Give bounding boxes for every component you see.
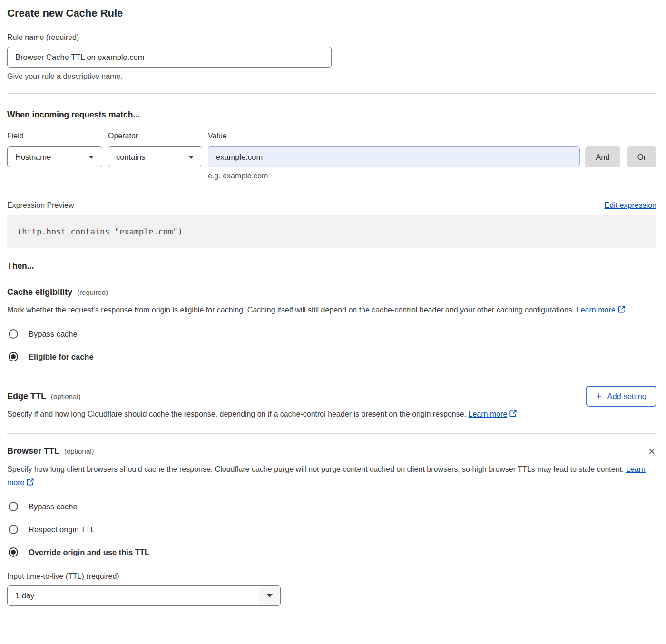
operator-select[interactable]: contains xyxy=(108,146,202,167)
radio-label: Respect origin TTL xyxy=(29,525,95,534)
rule-name-label: Rule name (required) xyxy=(7,33,656,42)
rule-name-input[interactable] xyxy=(7,47,332,68)
value-label: Value xyxy=(208,132,227,140)
edge-ttl-qualifier: (optional) xyxy=(51,392,81,400)
field-label: Field xyxy=(7,132,108,140)
radio-icon xyxy=(9,502,18,511)
external-link-icon xyxy=(509,410,517,418)
radio-option-respect-origin-ttl[interactable]: Respect origin TTL xyxy=(7,525,656,534)
cache-eligibility-options: Bypass cache Eligible for cache xyxy=(7,329,656,361)
field-select[interactable]: Hostname xyxy=(7,146,102,167)
radio-icon xyxy=(9,329,18,339)
edge-ttl-header: Edge TTL (optional) xyxy=(7,391,586,401)
radio-label: Eligible for cache xyxy=(29,352,94,361)
radio-option-bypass-cache[interactable]: Bypass cache xyxy=(7,329,656,339)
expression-preview-header: Expression Preview Edit expression xyxy=(7,201,656,210)
external-link-icon xyxy=(26,478,34,486)
match-heading: When incoming requests match... xyxy=(7,109,656,120)
radio-checked-icon xyxy=(9,352,18,361)
learn-more-link[interactable]: Learn more xyxy=(469,410,508,418)
edge-ttl-title: Edge TTL xyxy=(7,391,46,401)
radio-label: Bypass cache xyxy=(29,330,78,339)
ttl-select-value: 1 day xyxy=(8,586,259,605)
edge-ttl-section: Edge TTL (optional) Specify if and how l… xyxy=(7,375,656,421)
match-column-labels: Field Operator Value xyxy=(7,132,656,140)
match-condition-row: Hostname contains And Or xyxy=(7,146,656,167)
close-icon[interactable]: ✕ xyxy=(648,447,656,457)
field-select-value: Hostname xyxy=(15,153,51,162)
and-button[interactable]: And xyxy=(585,146,620,167)
edge-ttl-description-text: Specify if and how long Cloudflare shoul… xyxy=(7,410,466,418)
radio-checked-icon xyxy=(9,547,18,557)
section-divider xyxy=(7,93,656,94)
learn-more-link[interactable]: Learn more xyxy=(577,306,616,314)
create-cache-rule-form: Create new Cache Rule Rule name (require… xyxy=(0,0,666,620)
expression-preview-label: Expression Preview xyxy=(7,201,74,210)
external-link-icon xyxy=(617,305,626,313)
radio-option-bypass-cache[interactable]: Bypass cache xyxy=(7,502,656,511)
radio-option-eligible-for-cache[interactable]: Eligible for cache xyxy=(7,352,656,361)
cache-eligibility-title: Cache eligibility xyxy=(7,287,72,297)
plus-icon: + xyxy=(596,391,602,401)
page-title: Create new Cache Rule xyxy=(7,7,656,20)
cache-eligibility-description-text: Mark whether the request’s response from… xyxy=(7,306,574,314)
chevron-down-icon xyxy=(188,156,194,159)
section-divider xyxy=(7,433,656,434)
ttl-select[interactable]: 1 day xyxy=(7,585,281,606)
chevron-down-icon xyxy=(88,156,94,159)
browser-ttl-description-text: Specify how long client browsers should … xyxy=(7,465,624,473)
value-input[interactable] xyxy=(208,146,580,167)
expression-preview-box: (http.host contains "example.com") xyxy=(7,215,656,248)
chevron-down-icon xyxy=(267,594,273,597)
or-button[interactable]: Or xyxy=(627,146,656,167)
value-help: e.g. example.com xyxy=(208,172,656,180)
edge-ttl-description: Specify if and how long Cloudflare shoul… xyxy=(7,408,530,421)
rule-name-help: Give your rule a descriptive name. xyxy=(7,72,656,81)
browser-ttl-section-header: Browser TTL (optional) ✕ xyxy=(7,446,656,457)
expression-code: (http.host contains "example.com") xyxy=(17,227,183,236)
browser-ttl-title: Browser TTL xyxy=(7,446,59,456)
radio-option-override-origin-ttl[interactable]: Override origin and use this TTL xyxy=(7,547,656,557)
operator-select-value: contains xyxy=(116,153,145,162)
cache-eligibility-qualifier: (required) xyxy=(77,288,108,296)
browser-ttl-options: Bypass cache Respect origin TTL Override… xyxy=(7,502,656,557)
browser-ttl-header: Browser TTL (optional) xyxy=(7,446,94,456)
browser-ttl-description: Specify how long client browsers should … xyxy=(7,463,647,489)
edit-expression-link[interactable]: Edit expression xyxy=(605,201,656,210)
cache-eligibility-description: Mark whether the request’s response from… xyxy=(7,303,647,317)
add-setting-button[interactable]: + Add setting xyxy=(586,386,656,407)
ttl-select-dropdown-button[interactable] xyxy=(259,586,280,605)
radio-label: Bypass cache xyxy=(29,502,78,511)
then-heading: Then... xyxy=(7,261,656,271)
radio-label: Override origin and use this TTL xyxy=(29,548,149,557)
cache-eligibility-header: Cache eligibility (required) xyxy=(7,287,656,297)
ttl-input-label: Input time-to-live (TTL) (required) xyxy=(7,572,656,581)
add-setting-label: Add setting xyxy=(607,392,646,401)
operator-label: Operator xyxy=(108,132,208,140)
radio-icon xyxy=(9,525,18,534)
browser-ttl-qualifier: (optional) xyxy=(64,447,94,455)
